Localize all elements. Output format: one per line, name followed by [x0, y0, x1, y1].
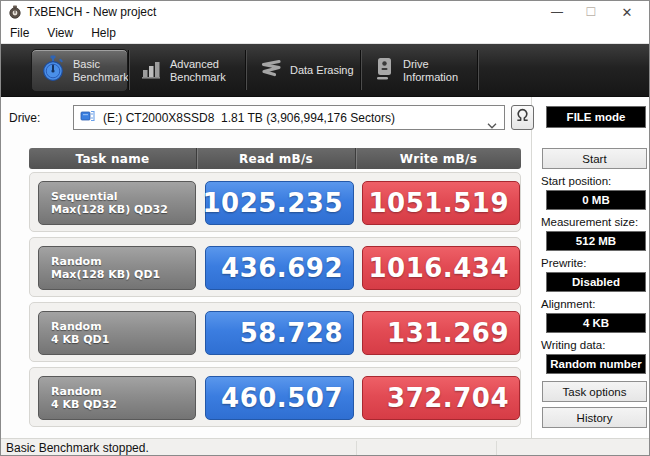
start-position-label: Start position: [541, 175, 611, 187]
title-bar: TxBENCH - New project — ☐ ✕ [1, 1, 649, 23]
column-header-read: Read mB/s [197, 148, 356, 169]
write-value: 1051.519 [362, 181, 520, 225]
task-options-button[interactable]: Task options [542, 381, 647, 402]
read-value: 58.728 [205, 311, 354, 355]
measurement-size-value: 512 MB [546, 231, 646, 251]
refresh-drives-button[interactable] [511, 105, 534, 130]
read-value: 436.692 [205, 246, 354, 290]
write-value: 131.269 [362, 311, 520, 355]
eraser-icon [258, 58, 282, 83]
task-name-chip: Random 4 KB QD1 [38, 311, 196, 355]
alignment-value: 4 KB [546, 313, 646, 333]
bar-chart-icon [140, 58, 162, 84]
status-bar: Basic Benchmark stopped. [1, 438, 649, 456]
column-header-write: Write mB/s [356, 148, 521, 169]
status-divider [356, 441, 357, 456]
task-name-line1: Random [51, 255, 195, 269]
drive-dropdown[interactable]: (E:) CT2000X8SSD8 1.81 TB (3,906,994,176… [73, 105, 505, 130]
menu-bar: File View Help [1, 23, 649, 44]
toolbar: Basic Benchmark Advanced Benchmark [1, 44, 649, 97]
tab-label: Basic [73, 58, 129, 71]
prewrite-label: Prewrite: [541, 257, 586, 269]
menu-file[interactable]: File [1, 23, 38, 43]
tab-label: Data Erasing [290, 64, 354, 77]
measurement-size-label: Measurement size: [541, 216, 638, 228]
start-position-value: 0 MB [546, 190, 646, 210]
drive-selected-value: (E:) CT2000X8SSD8 1.81 TB (3,906,994,176… [103, 111, 395, 125]
close-button[interactable]: ✕ [611, 1, 643, 23]
menu-view[interactable]: View [38, 23, 82, 43]
tab-label: Drive [403, 58, 458, 71]
task-name-chip: Random Max(128 KB) QD1 [38, 246, 196, 290]
read-value: 460.507 [205, 376, 354, 420]
task-name-chip: Sequential Max(128 KB) QD32 [38, 181, 196, 225]
table-row: Random 4 KB QD32 460.507 372.704 [29, 367, 521, 427]
toolbar-divider [361, 50, 362, 90]
file-mode-indicator: FILE mode [546, 106, 646, 128]
tab-drive-information[interactable]: Drive Information [364, 49, 476, 92]
menu-help[interactable]: Help [82, 23, 125, 43]
table-row: Sequential Max(128 KB) QD32 1025.235 105… [29, 172, 521, 232]
start-button[interactable]: Start [542, 148, 647, 169]
writing-data-value: Random number [546, 354, 646, 374]
status-divider [496, 441, 497, 456]
disk-icon [80, 109, 97, 127]
minimize-button[interactable]: — [541, 1, 573, 23]
task-name-line2: 4 KB QD1 [51, 333, 195, 347]
tab-label: Information [403, 71, 458, 84]
task-name-line1: Random [51, 320, 195, 334]
task-name-line1: Sequential [51, 190, 195, 204]
alignment-label: Alignment: [541, 298, 595, 310]
tab-label: Advanced [170, 58, 226, 71]
toolbar-divider [129, 50, 130, 90]
stopwatch-icon [41, 55, 65, 86]
column-header-task-name: Task name [29, 148, 197, 169]
toolbar-divider [478, 50, 479, 90]
table-header: Task name Read mB/s Write mB/s [29, 148, 521, 169]
write-value: 372.704 [362, 376, 520, 420]
maximize-button[interactable]: ☐ [575, 1, 607, 23]
task-name-line2: Max(128 KB) QD1 [51, 268, 195, 282]
app-icon [8, 5, 22, 19]
table-row: Random 4 KB QD1 58.728 131.269 [29, 302, 521, 362]
drive-label: Drive: [9, 111, 40, 125]
tab-label: Benchmark [170, 71, 226, 84]
history-button[interactable]: History [542, 407, 647, 428]
tab-basic-benchmark[interactable]: Basic Benchmark [31, 49, 128, 92]
writing-data-label: Writing data: [541, 339, 605, 351]
task-name-line2: Max(128 KB) QD32 [51, 203, 195, 217]
txbench-window: TxBENCH - New project — ☐ ✕ File View He… [0, 0, 650, 456]
read-value: 1025.235 [205, 181, 354, 225]
tab-data-erasing[interactable]: Data Erasing [249, 49, 359, 92]
task-name-chip: Random 4 KB QD32 [38, 376, 196, 420]
chevron-down-icon [487, 115, 497, 133]
status-message: Basic Benchmark stopped. [6, 441, 149, 455]
task-name-line2: 4 KB QD32 [51, 398, 195, 412]
toolbar-divider [246, 50, 247, 90]
tab-label: Benchmark [73, 71, 129, 84]
task-name-line1: Random [51, 385, 195, 399]
write-value: 1016.434 [362, 246, 520, 290]
table-row: Random Max(128 KB) QD1 436.692 1016.434 [29, 237, 521, 297]
refresh-icon [515, 108, 530, 127]
prewrite-value: Disabled [546, 272, 646, 292]
window-title: TxBENCH - New project [27, 5, 156, 19]
drive-icon [373, 56, 395, 85]
tab-advanced-benchmark[interactable]: Advanced Benchmark [131, 49, 244, 92]
